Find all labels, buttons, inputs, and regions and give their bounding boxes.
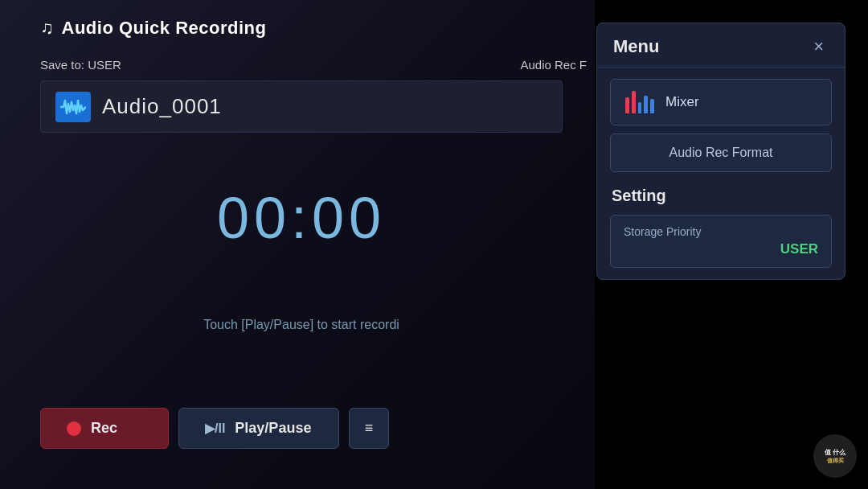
menu-header: Menu × <box>597 23 845 68</box>
timer-display: 00:00 <box>40 185 563 251</box>
buttons-row: Rec ▶/II Play/Pause ≡ <box>40 408 389 449</box>
app-title: Audio Quick Recording <box>62 18 267 39</box>
waveform-svg <box>60 97 86 117</box>
watermark: 值 什么 值得买 <box>813 434 857 478</box>
filename-text: Audio_0001 <box>102 94 222 119</box>
mixer-bar-4 <box>644 96 648 113</box>
mixer-button[interactable]: Mixer <box>610 79 832 125</box>
title-bar: ♫ Audio Quick Recording <box>40 18 266 39</box>
play-pause-icon: ▶/II <box>205 421 225 436</box>
rec-button[interactable]: Rec <box>40 408 169 449</box>
playpause-label: Play/Pause <box>235 420 311 437</box>
audio-icon: ♫ <box>40 18 54 39</box>
menu-title: Menu <box>613 36 659 57</box>
menu-body: Mixer Audio Rec Format Setting Storage P… <box>597 68 845 279</box>
mixer-bar-5 <box>650 99 654 113</box>
save-to-label: Save to: USER <box>40 58 121 72</box>
mixer-bar-2 <box>632 91 636 113</box>
mixer-label: Mixer <box>665 94 699 110</box>
mixer-icon <box>625 91 654 113</box>
storage-priority-label: Storage Priority <box>624 225 818 238</box>
watermark-text1: 值 什么 <box>825 448 845 457</box>
audio-rec-format-button[interactable]: Audio Rec Format <box>610 134 832 172</box>
waveform-icon <box>55 92 91 122</box>
audio-rec-format-label: Audio Rec Format <box>669 146 773 159</box>
extra-icon: ≡ <box>365 420 374 436</box>
setting-section-title: Setting <box>610 187 832 205</box>
rec-label: Rec <box>91 420 117 437</box>
filename-box: Audio_0001 <box>40 80 563 133</box>
mixer-bar-3 <box>638 102 642 113</box>
audio-rec-header: Audio Rec F <box>520 58 587 72</box>
menu-close-button[interactable]: × <box>809 36 829 57</box>
menu-panel: Menu × Mixer Audio Rec Format Setting St… <box>596 23 845 280</box>
storage-priority-box[interactable]: Storage Priority USER <box>610 215 832 268</box>
storage-priority-value: USER <box>624 241 818 257</box>
info-bar: Save to: USER Audio Rec F <box>40 58 587 72</box>
mixer-bar-1 <box>625 97 629 113</box>
instruction-text: Touch [Play/Pause] to start recordi <box>40 318 563 332</box>
extra-button[interactable]: ≡ <box>349 408 389 449</box>
watermark-text2: 值得买 <box>827 457 844 465</box>
rec-dot-icon <box>67 421 81 436</box>
playpause-button[interactable]: ▶/II Play/Pause <box>178 408 339 449</box>
